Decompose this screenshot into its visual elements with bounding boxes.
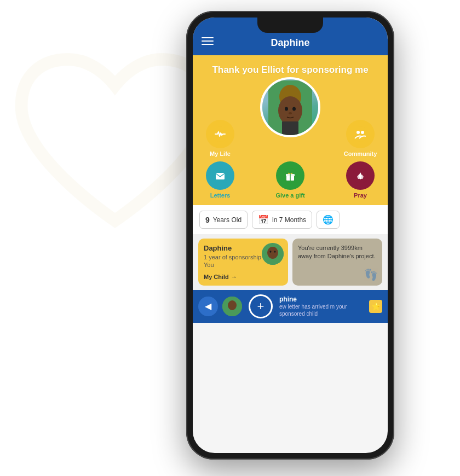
- action-row-middle: Letters: [193, 161, 388, 199]
- globe-icon: 🌐: [323, 214, 334, 225]
- cards-area: Daphine 1 year of sponsorship Thank You …: [193, 234, 388, 290]
- give-gift-button[interactable]: Give a gift: [268, 161, 312, 199]
- child-portrait-svg: [268, 80, 312, 135]
- letters-button[interactable]: Letters: [198, 161, 242, 199]
- pray-button[interactable]: Pray: [338, 161, 382, 199]
- hero-title: Thank you Elliot for sponsoring me: [202, 64, 379, 76]
- phone-frame: Daphine Thank you Elliot for sponsoring …: [186, 11, 394, 460]
- gift-box-icon: [283, 168, 298, 183]
- age-pill: 9 Years Old: [199, 211, 248, 229]
- envelope-icon: [212, 168, 228, 183]
- pray-icon: [346, 161, 375, 190]
- heartbeat-icon: [212, 126, 228, 142]
- svg-point-8: [353, 126, 368, 142]
- notif-description: ew letter has arrived m your sponsored c…: [279, 303, 365, 317]
- svg-rect-6: [282, 121, 298, 135]
- letters-label: Letters: [210, 192, 231, 199]
- my-life-icon: [206, 120, 234, 148]
- svg-point-19: [267, 247, 278, 259]
- notification-bar: ◀ + phine ew letter has arrived m your: [193, 290, 388, 323]
- app-title: Daphine: [271, 37, 309, 49]
- notification-text: phine ew letter has arrived m your spons…: [279, 295, 365, 317]
- card-child-svg: [262, 243, 284, 265]
- distance-card: You're currently 3999km away from Daphin…: [292, 239, 382, 286]
- age-number: 9: [205, 216, 210, 224]
- svg-rect-12: [216, 173, 225, 179]
- community-button[interactable]: Community: [338, 120, 382, 157]
- action-icons-area: My Life: [193, 115, 388, 204]
- svg-point-21: [274, 251, 276, 253]
- phone-screen: Daphine Thank you Elliot for sponsoring …: [193, 18, 388, 453]
- card-link[interactable]: My Child →: [204, 274, 283, 280]
- hamburger-menu[interactable]: [202, 37, 214, 45]
- praying-hands-icon: [353, 168, 368, 183]
- give-gift-label: Give a gift: [275, 192, 304, 199]
- card-avatar: [262, 243, 284, 265]
- svg-point-10: [361, 131, 364, 134]
- gift-icon: [276, 161, 304, 190]
- notif-child-name: phine: [279, 295, 365, 303]
- svg-point-23: [228, 300, 237, 310]
- months-label: in 7 Months: [272, 216, 306, 224]
- community-icon: [346, 120, 375, 148]
- age-label: Years Old: [213, 216, 242, 224]
- add-button[interactable]: +: [249, 294, 273, 318]
- svg-point-5: [289, 112, 292, 114]
- white-area: 9 Years Old 📅 in 7 Months 🌐: [193, 204, 388, 323]
- back-button[interactable]: ◀: [198, 297, 218, 316]
- svg-point-2: [278, 96, 302, 125]
- svg-point-3: [285, 107, 288, 111]
- distance-text: You're currently 3999km away from Daphin…: [298, 244, 377, 261]
- svg-point-9: [357, 131, 360, 134]
- calendar-icon: 📅: [258, 214, 269, 225]
- svg-point-4: [292, 107, 296, 111]
- info-pills: 9 Years Old 📅 in 7 Months 🌐: [193, 204, 388, 234]
- footprints-icon: 👣: [364, 268, 378, 281]
- star-badge: ⭐: [369, 300, 382, 313]
- pray-label: Pray: [354, 192, 367, 199]
- community-label: Community: [344, 150, 377, 157]
- my-life-label: My Life: [210, 150, 231, 157]
- notif-avatar: [222, 297, 242, 316]
- profile-photo: [260, 77, 320, 137]
- globe-pill[interactable]: 🌐: [317, 211, 340, 229]
- months-pill: 📅 in 7 Months: [252, 211, 312, 229]
- phone-mockup: Daphine Thank you Elliot for sponsoring …: [186, 11, 394, 460]
- svg-point-20: [270, 251, 272, 253]
- sponsorship-card[interactable]: Daphine 1 year of sponsorship Thank You …: [198, 239, 288, 286]
- my-life-button[interactable]: My Life: [198, 120, 242, 157]
- letters-icon: [206, 161, 234, 190]
- people-icon: [353, 126, 368, 142]
- phone-notch: [257, 18, 323, 33]
